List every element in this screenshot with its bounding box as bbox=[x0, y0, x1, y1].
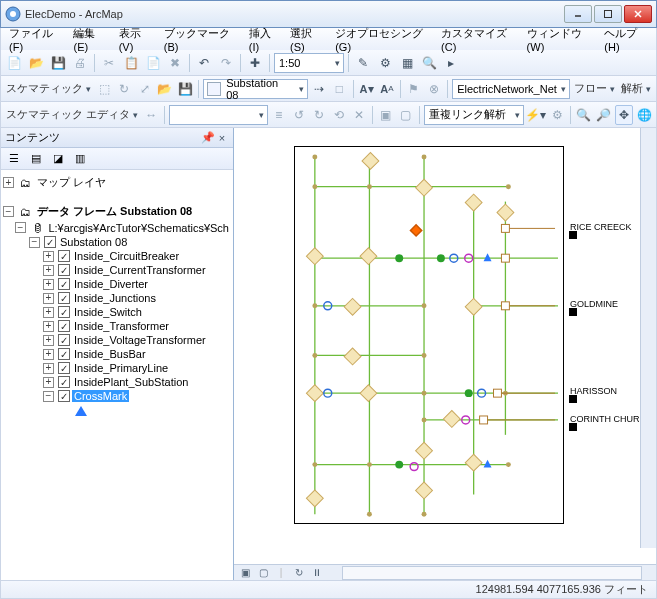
list-by-selection-tab[interactable]: ▥ bbox=[71, 150, 89, 168]
add-data-button[interactable]: ✚ bbox=[245, 53, 265, 73]
paste-button[interactable]: 📄 bbox=[143, 53, 163, 73]
layout-task-button[interactable]: ⚡▾ bbox=[526, 105, 546, 125]
generate-diagram-button[interactable]: ⬚ bbox=[95, 79, 113, 99]
list-by-source-tab[interactable]: ▤ bbox=[27, 150, 45, 168]
rotate-free-button[interactable]: ⟲ bbox=[330, 105, 348, 125]
layer-item[interactable]: Inside_Diverter bbox=[72, 278, 150, 290]
expand-toggle[interactable]: + bbox=[43, 349, 54, 360]
schematic-editor-menu[interactable]: スケマティック エディタ bbox=[4, 107, 140, 122]
layer-item[interactable]: Inside_CurrentTransformer bbox=[72, 264, 208, 276]
refresh-button[interactable]: ↻ bbox=[292, 566, 306, 580]
expand-toggle[interactable]: + bbox=[43, 265, 54, 276]
editor-combo[interactable] bbox=[169, 105, 268, 125]
delete-button[interactable]: ✖ bbox=[165, 53, 185, 73]
layer-item[interactable]: CrossMark bbox=[72, 390, 129, 402]
toc-tree[interactable]: +🗂マップ レイヤ −🗂データ フレーム Substation 08 −🛢L:¥… bbox=[1, 170, 233, 580]
menu-bookmarks[interactable]: ブックマーク(B) bbox=[160, 24, 241, 55]
expand-toggle[interactable]: + bbox=[43, 321, 54, 332]
layer-checkbox[interactable]: ✓ bbox=[58, 334, 70, 346]
align-button[interactable]: ≡ bbox=[270, 105, 288, 125]
layer-item[interactable]: Inside_CircuitBreaker bbox=[72, 250, 181, 262]
layer-checkbox[interactable]: ✓ bbox=[58, 278, 70, 290]
rotate-left-button[interactable]: ↺ bbox=[290, 105, 308, 125]
close-toc-button[interactable]: × bbox=[215, 132, 229, 144]
full-extent-button[interactable]: 🌐 bbox=[635, 105, 653, 125]
maximize-button[interactable] bbox=[594, 5, 622, 23]
layer-checkbox[interactable]: ✓ bbox=[58, 292, 70, 304]
layer-item[interactable]: Inside_BusBar bbox=[72, 348, 148, 360]
schematic-menu[interactable]: スケマティック bbox=[4, 81, 93, 96]
zoom-out-button[interactable]: 🔎 bbox=[595, 105, 613, 125]
layer-checkbox[interactable]: ✓ bbox=[58, 362, 70, 374]
fit-button[interactable]: ⤢ bbox=[136, 79, 154, 99]
redo-button[interactable]: ↷ bbox=[216, 53, 236, 73]
expand-toggle[interactable]: + bbox=[43, 293, 54, 304]
menu-insert[interactable]: 挿入(I) bbox=[245, 24, 282, 55]
layer-item[interactable]: Inside_PrimaryLine bbox=[72, 362, 170, 374]
map-canvas[interactable]: RICE CREECK GOLDMINE HARISSON CORINTH CH… bbox=[234, 128, 656, 564]
close-button[interactable] bbox=[624, 5, 652, 23]
menu-file[interactable]: ファイル(F) bbox=[5, 24, 65, 55]
expand-toggle[interactable]: + bbox=[43, 363, 54, 374]
analysis-menu[interactable]: 解析 bbox=[619, 81, 653, 96]
search-button[interactable]: 🔍 bbox=[419, 53, 439, 73]
link-analysis-combo[interactable]: 重複リンク解析 bbox=[424, 105, 524, 125]
expand-toggle[interactable]: − bbox=[43, 391, 54, 402]
undo-button[interactable]: ↶ bbox=[194, 53, 214, 73]
layer-checkbox[interactable]: ✓ bbox=[58, 376, 70, 388]
scrollbar-horizontal[interactable] bbox=[342, 566, 642, 580]
pin-icon[interactable]: 📌 bbox=[201, 131, 215, 144]
text-aa-button[interactable]: AA bbox=[378, 79, 396, 99]
expand-toggle[interactable]: + bbox=[43, 377, 54, 388]
catalog-button[interactable]: ▦ bbox=[397, 53, 417, 73]
layer-item[interactable]: Inside_Switch bbox=[72, 306, 144, 318]
layer-checkbox[interactable]: ✓ bbox=[58, 306, 70, 318]
layer-checkbox[interactable]: ✓ bbox=[58, 250, 70, 262]
layout-view-tab[interactable]: ▢ bbox=[256, 566, 270, 580]
copy-button[interactable]: 📋 bbox=[121, 53, 141, 73]
editor-toolbar-button[interactable]: ✎ bbox=[353, 53, 373, 73]
barrier-button[interactable]: ⊗ bbox=[425, 79, 443, 99]
edit-move-button[interactable]: ↔ bbox=[142, 105, 160, 125]
flow-menu[interactable]: フロー bbox=[572, 81, 617, 96]
layer-checkbox[interactable]: ✓ bbox=[44, 236, 56, 248]
remove-vertex-button[interactable]: ✕ bbox=[350, 105, 368, 125]
layer-item[interactable]: Inside_VoltageTransformer bbox=[72, 334, 208, 346]
flag-button[interactable]: ⚑ bbox=[405, 79, 423, 99]
layout-settings-button[interactable]: ⚙ bbox=[548, 105, 566, 125]
scale-combo[interactable]: 1:50 bbox=[274, 53, 344, 73]
menu-help[interactable]: ヘルプ(H) bbox=[600, 24, 652, 55]
list-by-drawing-order-tab[interactable]: ☰ bbox=[5, 150, 23, 168]
menu-window[interactable]: ウィンドウ(W) bbox=[523, 24, 597, 55]
layer-item[interactable]: InsidePlant_SubStation bbox=[72, 376, 190, 388]
zoom-in-button[interactable]: 🔍 bbox=[575, 105, 593, 125]
open-button[interactable]: 📂 bbox=[26, 53, 46, 73]
expand-button[interactable]: ▢ bbox=[397, 105, 415, 125]
menu-customize[interactable]: カスタマイズ(C) bbox=[437, 24, 518, 55]
open-diagram-button[interactable]: 📂 bbox=[156, 79, 174, 99]
save-diagram-button[interactable]: 💾 bbox=[176, 79, 194, 99]
list-by-visibility-tab[interactable]: ◪ bbox=[49, 150, 67, 168]
layer-checkbox[interactable]: ✓ bbox=[58, 264, 70, 276]
rotate-right-button[interactable]: ↻ bbox=[310, 105, 328, 125]
print-button[interactable]: 🖨 bbox=[70, 53, 90, 73]
menu-edit[interactable]: 編集(E) bbox=[69, 24, 110, 55]
collapse-button[interactable]: ▣ bbox=[377, 105, 395, 125]
toolbox-button[interactable]: ⚙ bbox=[375, 53, 395, 73]
scrollbar-vertical[interactable] bbox=[640, 128, 656, 548]
rule-button[interactable]: □ bbox=[330, 79, 348, 99]
data-view-tab[interactable]: ▣ bbox=[238, 566, 252, 580]
minimize-button[interactable] bbox=[564, 5, 592, 23]
expand-toggle[interactable]: + bbox=[43, 251, 54, 262]
menu-geoprocessing[interactable]: ジオプロセシング(G) bbox=[331, 24, 433, 55]
menu-view[interactable]: 表示(V) bbox=[115, 24, 156, 55]
layer-item[interactable]: Inside_Transformer bbox=[72, 320, 171, 332]
expand-toggle[interactable]: + bbox=[43, 335, 54, 346]
layer-checkbox[interactable]: ✓ bbox=[58, 390, 70, 402]
expand-toggle[interactable]: + bbox=[43, 307, 54, 318]
layer-checkbox[interactable]: ✓ bbox=[58, 320, 70, 332]
update-diagram-button[interactable]: ↻ bbox=[115, 79, 133, 99]
new-button[interactable]: 📄 bbox=[4, 53, 24, 73]
python-button[interactable]: ▸ bbox=[441, 53, 461, 73]
layer-checkbox[interactable]: ✓ bbox=[58, 348, 70, 360]
